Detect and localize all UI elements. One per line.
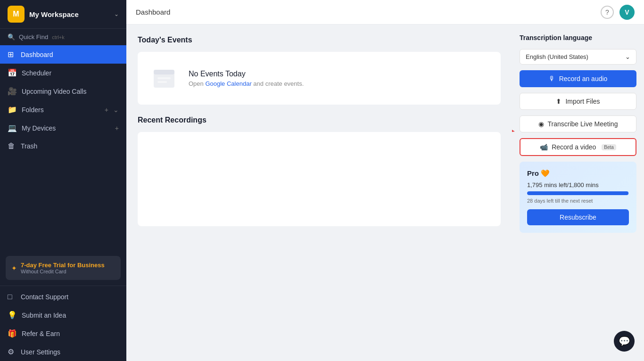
events-illustration xyxy=(149,63,179,93)
svg-rect-2 xyxy=(157,77,171,79)
add-device-icon[interactable]: + xyxy=(115,124,119,132)
trial-banner[interactable]: ✦ 7-day Free Trial for Business Without … xyxy=(6,256,121,280)
sidebar-item-folders[interactable]: 📁 Folders + ⌄ xyxy=(0,100,126,119)
quick-find-shortcut: ctrl+k xyxy=(52,34,65,40)
resubscribe-button[interactable]: Resubscribe xyxy=(527,209,629,225)
main-area: Dashboard ? V Today's Events No xyxy=(126,0,644,361)
svg-rect-3 xyxy=(157,81,167,83)
lang-value: English (United States) xyxy=(526,53,588,60)
lang-section-label: Transcription language xyxy=(520,34,636,41)
record-video-button[interactable]: 📹 Record a video Beta xyxy=(520,138,636,156)
recordings-section-title: Recent Recordings xyxy=(138,116,501,124)
import-files-label: Import Files xyxy=(565,98,600,105)
topbar: Dashboard ? V xyxy=(126,0,644,25)
scheduler-icon: 📅 xyxy=(8,68,17,77)
sidebar-item-label: Folders xyxy=(22,106,100,114)
search-icon: 🔍 xyxy=(8,33,15,41)
workspace-chevron-icon: ⌄ xyxy=(114,11,119,17)
svg-rect-1 xyxy=(154,70,174,74)
progress-bar xyxy=(527,191,629,195)
sidebar-item-trash[interactable]: 🗑 Trash xyxy=(0,137,126,155)
topbar-right: ? V xyxy=(601,5,635,20)
events-empty-title: No Events Today xyxy=(189,70,304,78)
sidebar-item-upcoming-video-calls[interactable]: 🎥 Upcoming Video Calls xyxy=(0,82,126,100)
recordings-card xyxy=(138,132,501,226)
google-calendar-link[interactable]: Google Calendar xyxy=(205,80,251,87)
video-calls-icon: 🎥 xyxy=(8,87,17,96)
pro-title: Pro 🧡 xyxy=(527,169,629,178)
sidebar-item-label: Submit an Idea xyxy=(22,312,119,319)
upload-icon: ⬆ xyxy=(556,98,561,105)
sidebar-bottom: □ Contact Support 💡 Submit an Idea 🎁 Ref… xyxy=(0,286,126,361)
sidebar-header[interactable]: M My Workspace ⌄ xyxy=(0,0,126,29)
record-video-container: 📹 Record a video Beta xyxy=(520,138,636,156)
chat-icon: 💬 xyxy=(619,336,630,347)
devices-icon: 💻 xyxy=(8,123,17,132)
sidebar-item-label: Dashboard xyxy=(21,51,119,58)
sidebar-item-refer-earn[interactable]: 🎁 Refer & Earn xyxy=(0,324,126,343)
right-panel: Transcription language English (United S… xyxy=(512,25,644,361)
page-title: Dashboard xyxy=(136,8,170,16)
sidebar-item-scheduler[interactable]: 📅 Scheduler xyxy=(0,64,126,82)
main-content: Today's Events No Events Today Open Goog… xyxy=(126,25,512,361)
workspace-avatar: M xyxy=(8,6,25,23)
sidebar-item-dashboard[interactable]: ⊞ Dashboard xyxy=(0,45,126,64)
add-folder-icon[interactable]: + xyxy=(105,106,108,114)
quick-find-button[interactable]: 🔍 Quick Find ctrl+k xyxy=(0,29,126,45)
pro-card: Pro 🧡 1,795 mins left/1,800 mins 28 days… xyxy=(520,162,636,233)
record-audio-button[interactable]: 🎙 Record an audio xyxy=(520,70,636,87)
trash-icon: 🗑 xyxy=(8,142,16,150)
reset-text: 28 days left till the next reset xyxy=(527,198,629,204)
user-avatar[interactable]: V xyxy=(619,5,635,20)
dashboard-icon: ⊞ xyxy=(8,50,16,59)
progress-bar-fill xyxy=(527,191,628,195)
events-card: No Events Today Open Google Calendar and… xyxy=(138,52,501,105)
video-icon: 📹 xyxy=(540,143,548,151)
submit-idea-icon: 💡 xyxy=(8,311,17,320)
record-audio-label: Record an audio xyxy=(559,75,608,82)
transcribe-icon: ◉ xyxy=(538,120,544,128)
chat-bubble-button[interactable]: 💬 xyxy=(614,331,635,352)
sidebar-item-contact-support[interactable]: □ Contact Support xyxy=(0,288,126,306)
transcribe-meeting-label: Transcribe Live Meeting xyxy=(548,120,618,128)
sidebar-item-label: User Settings xyxy=(21,348,119,356)
trial-icon: ✦ xyxy=(11,264,17,272)
quick-find-label: Quick Find xyxy=(19,33,48,41)
sidebar-item-label: My Devices xyxy=(22,124,110,132)
sidebar-nav: ⊞ Dashboard 📅 Scheduler 🎥 Upcoming Video… xyxy=(0,45,126,286)
workspace-name-label: My Workspace xyxy=(29,10,109,18)
beta-badge: Beta xyxy=(602,144,616,150)
trial-sub-text: Without Credit Card xyxy=(21,269,105,274)
sidebar-item-label: Trash xyxy=(21,142,119,150)
refer-earn-icon: 🎁 xyxy=(8,329,17,338)
sidebar-item-label: Scheduler xyxy=(22,69,119,77)
content-area: Today's Events No Events Today Open Goog… xyxy=(126,25,644,361)
trial-main-text: 7-day Free Trial for Business xyxy=(21,262,105,269)
help-button[interactable]: ? xyxy=(601,6,614,19)
lang-dropdown[interactable]: English (United States) ⌄ xyxy=(520,49,636,65)
import-files-button[interactable]: ⬆ Import Files xyxy=(520,93,636,110)
mins-text: 1,795 mins left/1,800 mins xyxy=(527,181,629,189)
sidebar-item-submit-idea[interactable]: 💡 Submit an Idea xyxy=(0,306,126,324)
events-info: No Events Today Open Google Calendar and… xyxy=(189,70,304,87)
sidebar-item-user-settings[interactable]: ⚙ User Settings xyxy=(0,343,126,361)
mic-icon: 🎙 xyxy=(549,75,555,82)
user-settings-icon: ⚙ xyxy=(8,347,16,356)
record-video-label: Record a video xyxy=(552,143,596,151)
sidebar-item-label: Upcoming Video Calls xyxy=(22,88,119,95)
transcribe-meeting-button[interactable]: ◉ Transcribe Live Meeting xyxy=(520,115,636,132)
folders-chevron-icon: ⌄ xyxy=(113,106,119,114)
folders-icon: 📁 xyxy=(8,105,17,114)
sidebar-item-my-devices[interactable]: 💻 My Devices + xyxy=(0,119,126,137)
events-empty-sub: Open Google Calendar and create events. xyxy=(189,80,304,87)
lang-chevron-icon: ⌄ xyxy=(625,53,630,60)
sidebar-item-label: Contact Support xyxy=(21,293,119,301)
sidebar: M My Workspace ⌄ 🔍 Quick Find ctrl+k ⊞ D… xyxy=(0,0,126,361)
sidebar-item-label: Refer & Earn xyxy=(22,330,119,337)
annotation-arrow xyxy=(512,122,517,145)
events-section-title: Today's Events xyxy=(138,36,501,44)
contact-support-icon: □ xyxy=(8,293,16,301)
